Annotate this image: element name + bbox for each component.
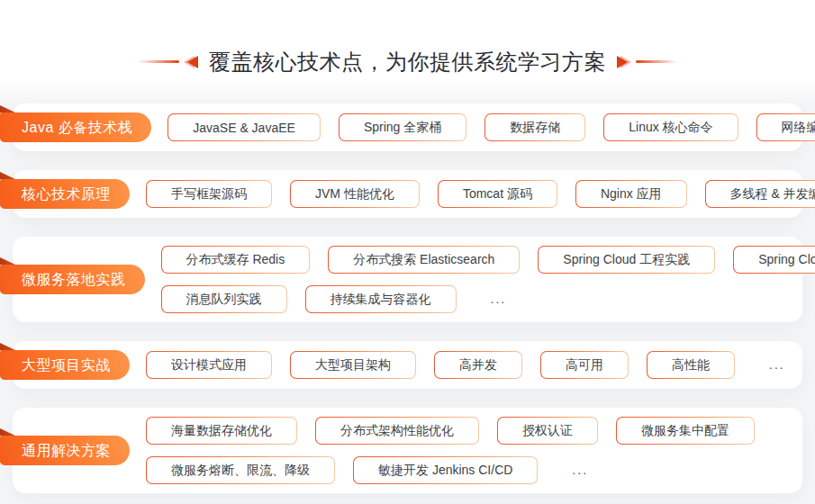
tag-lines: 设计模式应用大型项目架构高并发高可用高性能... [146, 351, 785, 379]
topic-tag[interactable]: Linux 核心命令 [603, 113, 738, 141]
topic-tag[interactable]: 敏捷开发 Jenkins CI/CD [353, 456, 538, 484]
topic-tag[interactable]: Spring Cloud 工程实践 [538, 246, 715, 274]
tag-lines: 分布式缓存 Redis分布式搜索 ElasticsearchSpring Clo… [161, 246, 815, 313]
tag-line: 设计模式应用大型项目架构高并发高可用高性能... [146, 351, 785, 379]
more-ellipsis: ... [572, 456, 588, 484]
left-line [138, 60, 179, 63]
tech-row-card: 通用解决方案海量数据存储优化分布式架构性能优化授权认证微服务集中配置微服务熔断、… [13, 408, 802, 493]
topic-tag[interactable]: Nginx 应用 [575, 180, 687, 208]
category-ribbon: 核心技术原理 [0, 179, 130, 209]
category-ribbon: Java 必备技术栈 [0, 112, 151, 142]
topic-tag[interactable]: 持续集成与容器化 [305, 285, 457, 313]
topic-tag[interactable]: 微服务集中配置 [616, 417, 755, 445]
topic-tag[interactable]: 高并发 [434, 351, 522, 379]
tag-line: 分布式缓存 Redis分布式搜索 ElasticsearchSpring Clo… [161, 246, 815, 274]
tag-line: 消息队列实践持续集成与容器化... [161, 285, 815, 313]
topic-tag[interactable]: 高性能 [647, 351, 735, 379]
category-ribbon: 通用解决方案 [0, 436, 130, 465]
tag-line: 手写框架源码JVM 性能优化Tomcat 源码Nginx 应用多线程 & 并发编… [146, 180, 815, 208]
right-decoration [617, 56, 677, 68]
page-title: 覆盖核心技术点，为你提供系统学习方案 [209, 48, 606, 76]
topic-tag[interactable]: 设计模式应用 [146, 351, 272, 379]
topic-tag[interactable]: 数据存储 [484, 113, 585, 141]
topic-tag[interactable]: 分布式缓存 Redis [161, 246, 311, 274]
topic-tag[interactable]: 大型项目架构 [290, 351, 416, 379]
topic-tag[interactable]: Spring Cloud Alibaba 工程实践 [733, 246, 815, 274]
tech-row-card: 大型项目实战设计模式应用大型项目架构高并发高可用高性能... [13, 341, 802, 389]
topic-tag[interactable]: Tomcat 源码 [438, 180, 557, 208]
tag-lines: 海量数据存储优化分布式架构性能优化授权认证微服务集中配置微服务熔断、限流、降级敏… [146, 417, 755, 484]
topic-tag[interactable]: 分布式搜索 Elasticsearch [328, 246, 520, 274]
left-triangle-icon [187, 56, 198, 68]
right-triangle-icon [617, 56, 628, 68]
tag-line: JavaSE & JavaEESpring 全家桶数据存储Linux 核心命令网… [168, 113, 815, 141]
topic-tag[interactable]: 网络编程 [756, 113, 815, 141]
more-ellipsis: ... [491, 285, 507, 313]
topic-tag[interactable]: 海量数据存储优化 [146, 417, 297, 445]
section-header: 覆盖核心技术点，为你提供系统学习方案 [0, 47, 815, 76]
tech-row-card: 核心技术原理手写框架源码JVM 性能优化Tomcat 源码Nginx 应用多线程… [13, 170, 802, 218]
rows: Java 必备技术栈JavaSE & JavaEESpring 全家桶数据存储L… [13, 104, 802, 493]
topic-tag[interactable]: 多线程 & 并发编程 [705, 180, 815, 208]
topic-tag[interactable]: 分布式架构性能优化 [315, 417, 479, 445]
tech-row-card: 微服务落地实践分布式缓存 Redis分布式搜索 ElasticsearchSpr… [13, 237, 802, 322]
topic-tag[interactable]: 授权认证 [497, 417, 598, 445]
topic-tag[interactable]: JVM 性能优化 [290, 180, 420, 208]
topic-tag[interactable]: 微服务熔断、限流、降级 [146, 456, 335, 484]
more-ellipsis: ... [769, 351, 785, 379]
topic-tag[interactable]: 高可用 [540, 351, 629, 379]
topic-tag[interactable]: JavaSE & JavaEE [168, 113, 321, 141]
left-decoration [138, 56, 198, 68]
tech-row-card: Java 必备技术栈JavaSE & JavaEESpring 全家桶数据存储L… [13, 104, 802, 151]
topic-tag[interactable]: 手写框架源码 [146, 180, 272, 208]
tag-lines: 手写框架源码JVM 性能优化Tomcat 源码Nginx 应用多线程 & 并发编… [146, 180, 815, 208]
right-line [636, 60, 677, 63]
tag-line: 海量数据存储优化分布式架构性能优化授权认证微服务集中配置 [146, 417, 755, 445]
topic-tag[interactable]: Spring 全家桶 [339, 113, 466, 141]
category-ribbon: 大型项目实战 [0, 350, 130, 380]
tag-lines: JavaSE & JavaEESpring 全家桶数据存储Linux 核心命令网… [168, 113, 815, 141]
tag-line: 微服务熔断、限流、降级敏捷开发 Jenkins CI/CD... [146, 456, 755, 484]
topic-tag[interactable]: 消息队列实践 [161, 285, 287, 313]
category-ribbon: 微服务落地实践 [0, 265, 145, 294]
